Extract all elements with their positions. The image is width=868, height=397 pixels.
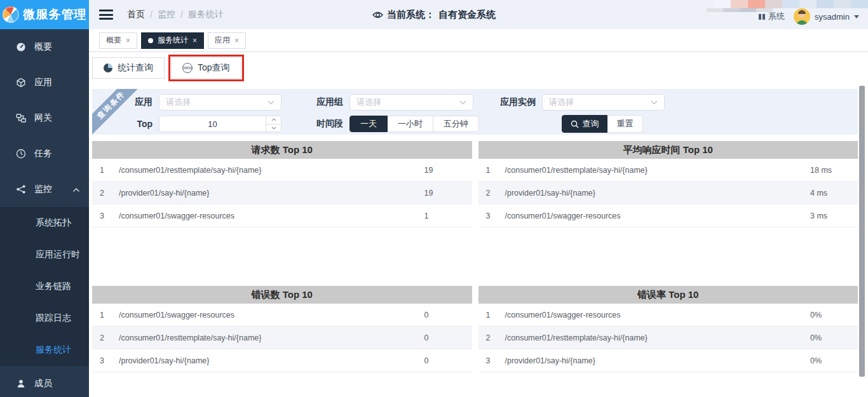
row-value: 0% [810, 311, 858, 320]
app-instance-select[interactable]: 请选择 [542, 94, 665, 111]
subtab-top-query[interactable]: TOP10 Top查询 [171, 57, 241, 79]
row-index: 3 [92, 212, 119, 220]
sidebar-item-trace-log[interactable]: 跟踪日志 [0, 302, 89, 334]
row-value: 0 [424, 333, 472, 342]
table-title: 错误数 Top 10 [92, 286, 472, 304]
table-row: 2 /provider01/say-hi/{name} 19 [92, 182, 472, 205]
row-index: 3 [92, 356, 119, 365]
row-value: 4 ms [810, 189, 858, 198]
breadcrumb-monitor[interactable]: 监控 [158, 9, 175, 20]
hamburger-menu-icon[interactable] [99, 10, 113, 20]
tab-overview[interactable]: 概要 × [99, 32, 137, 49]
row-value: 0 [424, 311, 472, 320]
row-value: 0 [424, 356, 472, 365]
row-path: /consumer01/resttemplate/say-hi/{name} [505, 333, 811, 342]
sidebar-item-tasks[interactable]: 任务 [0, 136, 89, 172]
filter-row-1: 应用 请选择 应用组 请选择 应用实例 请选择 [92, 94, 858, 111]
period-label: 时间段 [281, 118, 349, 130]
top-input[interactable]: 10 [159, 116, 281, 132]
grid-icon [759, 14, 765, 20]
sidebar-item-app-runtime[interactable]: 应用运行时 [0, 239, 89, 271]
row-path: /consumer01/resttemplate/say-hi/{name} [119, 333, 424, 342]
breadcrumb: 首页 / 监控 / 服务统计 [127, 9, 224, 20]
member-icon [16, 379, 26, 389]
row-path: /consumer01/resttemplate/say-hi/{name} [505, 166, 811, 175]
table-row: 3 /consumer01/swagger-resources 3 ms [478, 205, 858, 227]
period-option-day[interactable]: 一天 [349, 116, 388, 132]
filter-buttons: 查询 重置 [548, 115, 643, 133]
row-index: 1 [92, 166, 119, 175]
sidebar-item-business-chain[interactable]: 业务链路 [0, 271, 89, 302]
eye-icon [372, 11, 383, 19]
monitor-submenu: 系统拓扑 应用运行时 业务链路 跟踪日志 服务统计 [0, 207, 89, 366]
system-menu-label: 系统 [768, 11, 785, 22]
sidebar-item-applications[interactable]: 应用 [0, 65, 89, 100]
subtab-bar: 统计查询 TOP10 Top查询 [89, 52, 868, 79]
active-tab-dot [148, 38, 153, 43]
reset-button[interactable]: 重置 [607, 115, 643, 133]
user-menu[interactable]: sysadmin [794, 8, 859, 25]
sidebar-item-members[interactable]: 成员 [0, 366, 89, 397]
reset-button-label: 重置 [617, 118, 634, 130]
search-button[interactable]: 查询 [562, 115, 607, 133]
sidebar-item-monitor[interactable]: 监控 [0, 172, 89, 207]
avatar [794, 8, 810, 25]
sidebar: 概要 应用 网关 任务 监控 系统拓扑 应用运行时 业务链路 跟踪日志 服务统计 [0, 29, 89, 397]
increment-button[interactable] [266, 116, 281, 124]
period-option-hour[interactable]: 一小时 [388, 116, 433, 132]
sidebar-item-service-stats[interactable]: 服务统计 [0, 334, 89, 366]
app-instance-label: 应用实例 [473, 97, 542, 108]
close-icon[interactable]: × [234, 37, 239, 44]
top10-icon: TOP10 [182, 63, 193, 73]
share-nodes-icon [16, 184, 26, 194]
header-right: 系统 sysadmin [759, 0, 859, 29]
row-value: 3 ms [810, 212, 858, 220]
row-index: 2 [92, 189, 119, 198]
row-index: 1 [478, 166, 505, 175]
table-title: 错误率 Top 10 [478, 286, 858, 304]
top-tables-grid: 请求数 Top 10 1 /consumer01/resttemplate/sa… [92, 141, 858, 372]
app-group-select[interactable]: 请选择 [349, 94, 473, 111]
search-button-label: 查询 [583, 118, 599, 130]
table-row: 2 /consumer01/resttemplate/say-hi/{name}… [92, 326, 472, 349]
app-screen: 微服务管理 首页 / 监控 / 服务统计 当前系统： 自有资金系统 系统 [0, 0, 868, 397]
row-path: /consumer01/swagger-resources [505, 212, 811, 220]
caret-down-icon [854, 15, 859, 18]
chevron-down-icon [268, 100, 275, 105]
table-title: 平均响应时间 Top 10 [478, 141, 858, 159]
breadcrumb-separator: / [180, 10, 183, 20]
tab-label: 概要 [106, 35, 121, 46]
breadcrumb-home[interactable]: 首页 [127, 9, 145, 20]
select-placeholder: 请选择 [549, 97, 574, 108]
cube-icon [16, 77, 26, 88]
subtab-statistics-query[interactable]: 统计查询 [92, 57, 165, 79]
close-icon[interactable]: × [126, 37, 130, 44]
sidebar-item-label: 任务 [34, 148, 52, 159]
system-menu[interactable]: 系统 [759, 11, 785, 22]
row-path: /consumer01/resttemplate/say-hi/{name} [119, 166, 424, 175]
table-row: 1 /consumer01/swagger-resources 0% [478, 304, 858, 326]
requests-top-table: 请求数 Top 10 1 /consumer01/resttemplate/sa… [92, 141, 472, 227]
row-index: 2 [478, 189, 505, 198]
select-placeholder: 请选择 [166, 97, 191, 108]
vertical-scrollbar[interactable] [859, 86, 865, 377]
tab-label: 应用 [215, 35, 230, 46]
sidebar-item-label: 监控 [34, 184, 52, 195]
row-index: 2 [92, 333, 119, 342]
table-title: 请求数 Top 10 [92, 141, 472, 159]
sidebar-item-label: 应用 [34, 77, 52, 88]
sidebar-item-overview[interactable]: 概要 [0, 29, 89, 65]
row-value: 19 [424, 189, 472, 198]
gateway-icon [16, 113, 26, 123]
sidebar-item-system-topology[interactable]: 系统拓扑 [0, 207, 89, 239]
period-option-five-min[interactable]: 五分钟 [433, 116, 479, 132]
app-select[interactable]: 请选择 [159, 94, 281, 111]
row-value: 18 ms [810, 166, 858, 175]
sidebar-item-label: 网关 [34, 112, 52, 124]
tab-applications[interactable]: 应用 × [208, 32, 246, 49]
tab-service-stats[interactable]: 服务统计 × [141, 32, 204, 49]
decrement-button[interactable] [266, 124, 281, 132]
row-value: 0% [810, 333, 858, 342]
close-icon[interactable]: × [193, 37, 197, 44]
sidebar-item-gateway[interactable]: 网关 [0, 100, 89, 136]
